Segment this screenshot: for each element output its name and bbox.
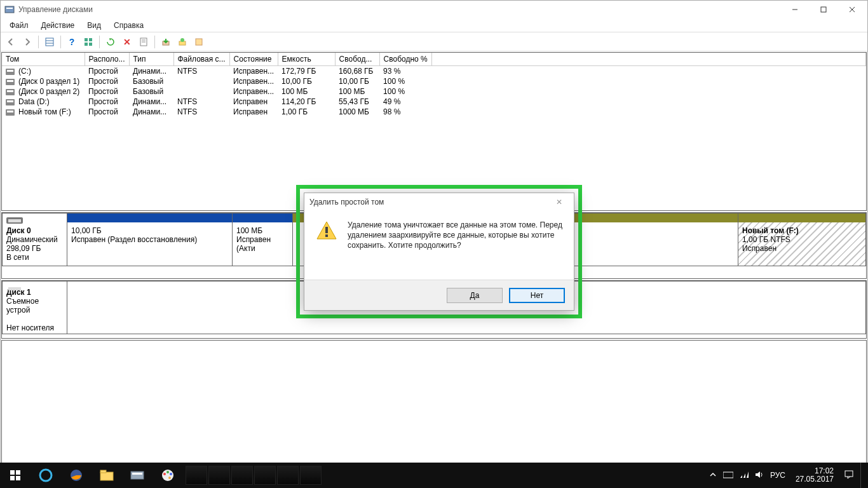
- titlebar: Управление дисками: [1, 1, 867, 18]
- action1-icon[interactable]: [158, 34, 173, 50]
- delete-icon[interactable]: ✕: [119, 34, 135, 50]
- taskbar-background: [183, 463, 709, 488]
- refresh-icon[interactable]: [103, 34, 118, 50]
- help-icon[interactable]: ?: [64, 34, 79, 50]
- volume-icon: [6, 89, 15, 95]
- svg-rect-6: [46, 38, 53, 46]
- edge-icon[interactable]: [31, 463, 61, 488]
- tray-keyboard-icon[interactable]: [723, 471, 733, 480]
- svg-point-35: [170, 473, 172, 475]
- window-title: Управление дисками: [18, 5, 780, 14]
- svg-rect-29: [100, 470, 106, 473]
- svg-rect-1: [6, 8, 13, 9]
- svg-rect-22: [10, 470, 15, 475]
- svg-rect-37: [723, 472, 733, 478]
- warning-icon: [316, 220, 337, 241]
- tray-network-icon[interactable]: [740, 471, 749, 480]
- start-button[interactable]: [0, 463, 31, 488]
- maximize-button[interactable]: [809, 1, 837, 18]
- action3-icon[interactable]: [191, 34, 207, 50]
- svg-rect-24: [10, 476, 15, 480]
- paint-icon[interactable]: [153, 463, 183, 488]
- svg-point-33: [163, 473, 166, 475]
- minimize-button[interactable]: [780, 1, 809, 18]
- dialog-message: Удаление тома уничтожает все данные на э…: [348, 220, 562, 271]
- svg-rect-19: [196, 39, 202, 45]
- dialog-close-icon[interactable]: ✕: [550, 198, 569, 207]
- svg-point-26: [40, 470, 51, 481]
- explorer-icon[interactable]: [92, 463, 122, 488]
- menu-file[interactable]: Файл: [3, 20, 35, 31]
- forward-icon[interactable]: [20, 34, 35, 50]
- menu-help[interactable]: Справка: [107, 20, 150, 31]
- table-row[interactable]: Новый том (F:) ПростойДинами...NTFS Испр…: [2, 107, 866, 117]
- partition-stripe: [233, 214, 292, 222]
- partition-stripe: [67, 214, 232, 222]
- partition-stripe: [738, 214, 865, 222]
- table-view-icon[interactable]: [42, 34, 57, 50]
- disk-icon: [6, 217, 23, 224]
- svg-rect-31: [132, 473, 142, 475]
- table-row[interactable]: (Диск 0 раздел 1) ПростойБазовый Исправе…: [2, 76, 866, 86]
- show-desktop-button[interactable]: [860, 463, 864, 488]
- back-icon[interactable]: [3, 34, 18, 50]
- no-button[interactable]: Нет: [509, 288, 565, 303]
- diskmgmt-taskbar-icon[interactable]: [122, 463, 153, 488]
- svg-point-36: [168, 477, 171, 479]
- col-volume[interactable]: Том: [2, 53, 85, 66]
- tray-chevron-icon[interactable]: [709, 471, 717, 480]
- menu-action[interactable]: Действие: [35, 20, 81, 31]
- taskbar: РУС 17:02 27.05.2017: [0, 463, 868, 488]
- disk-label-0[interactable]: Диск 0 Динамический 298,09 ГБ В сети: [2, 213, 67, 266]
- partition[interactable]: 100 МБ Исправен (Акти: [233, 214, 293, 266]
- disk-label-1[interactable]: Диск 1 Съемное устрой Нет носителя: [2, 281, 67, 334]
- properties-icon[interactable]: [136, 34, 151, 50]
- col-layout[interactable]: Располо...: [85, 53, 129, 66]
- svg-rect-23: [16, 470, 20, 475]
- svg-rect-3: [821, 7, 826, 12]
- svg-rect-20: [325, 227, 328, 233]
- firefox-icon[interactable]: [61, 463, 92, 488]
- volume-icon: [6, 69, 15, 75]
- col-free-pct[interactable]: Свободно %: [379, 53, 431, 66]
- tray-language[interactable]: РУС: [770, 471, 785, 480]
- col-filesystem[interactable]: Файловая с...: [173, 53, 229, 66]
- dialog-title: Удалить простой том: [309, 198, 384, 207]
- svg-rect-10: [89, 38, 92, 41]
- tray-clock[interactable]: 17:02 27.05.2017: [792, 467, 837, 484]
- partition[interactable]: 10,00 ГБ Исправен (Раздел восстановления…: [67, 214, 233, 266]
- table-row[interactable]: (Диск 0 раздел 2) ПростойБазовый Исправе…: [2, 86, 866, 97]
- table-row[interactable]: Data (D:) ПростойДинами...NTFS Исправен1…: [2, 97, 866, 107]
- close-button[interactable]: [837, 1, 866, 18]
- partition-selected[interactable]: Новый том (F:) 1,00 ГБ NTFS Исправен: [738, 214, 865, 266]
- svg-rect-0: [5, 6, 14, 13]
- table-row[interactable]: (C:) ПростойДинами...NTFS Исправен...172…: [2, 66, 866, 77]
- app-icon: [4, 4, 15, 15]
- volume-icon: [6, 109, 15, 116]
- svg-point-18: [180, 38, 184, 42]
- menu-view[interactable]: Вид: [81, 20, 107, 31]
- svg-rect-30: [131, 471, 144, 479]
- dialog-titlebar: Удалить простой том ✕: [304, 193, 574, 211]
- menubar: Файл Действие Вид Справка: [1, 18, 867, 32]
- col-status[interactable]: Состояние: [229, 53, 278, 66]
- empty-pane: [1, 340, 867, 472]
- tray-notifications-icon[interactable]: [844, 470, 854, 482]
- volume-icon: [6, 99, 15, 105]
- svg-rect-9: [85, 38, 88, 41]
- grid-icon[interactable]: [81, 34, 96, 50]
- action2-icon[interactable]: [175, 34, 190, 50]
- volume-icon: [6, 79, 15, 85]
- svg-rect-28: [100, 472, 113, 480]
- svg-point-34: [166, 471, 169, 473]
- col-capacity[interactable]: Емкость: [278, 53, 335, 66]
- tray-volume-icon[interactable]: [755, 471, 764, 480]
- svg-rect-21: [325, 234, 328, 237]
- delete-volume-dialog: Удалить простой том ✕ Удаление тома унич…: [304, 193, 574, 311]
- col-free[interactable]: Свобод...: [335, 53, 379, 66]
- volume-table: Том Располо... Тип Файловая с... Состоян…: [2, 53, 866, 117]
- col-type[interactable]: Тип: [129, 53, 173, 66]
- yes-button[interactable]: Да: [447, 288, 503, 303]
- svg-rect-25: [16, 476, 20, 480]
- svg-rect-38: [845, 471, 853, 477]
